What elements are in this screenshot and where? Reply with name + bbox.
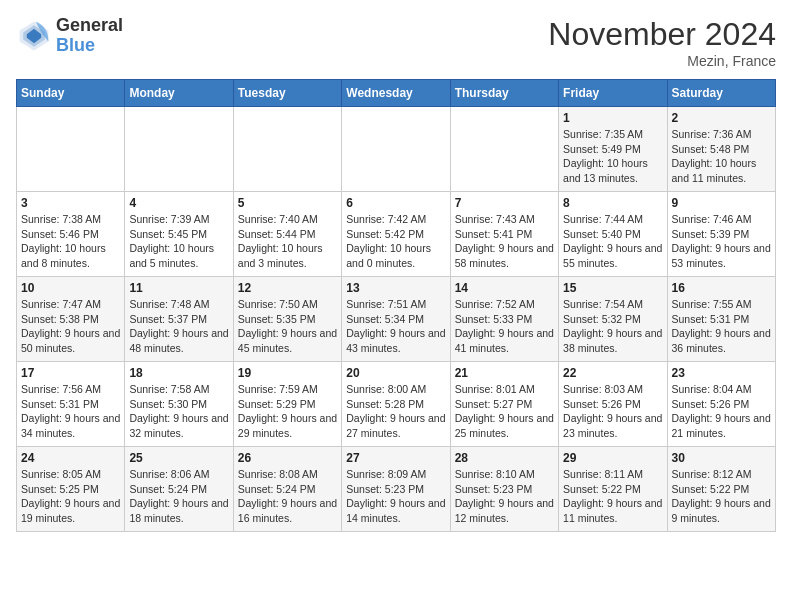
day-number: 14	[455, 281, 554, 295]
day-number: 30	[672, 451, 771, 465]
page-header: General Blue November 2024 Mezin, France	[16, 16, 776, 69]
calendar-week-3: 10Sunrise: 7:47 AMSunset: 5:38 PMDayligh…	[17, 277, 776, 362]
calendar-cell: 8Sunrise: 7:44 AMSunset: 5:40 PMDaylight…	[559, 192, 667, 277]
calendar-cell: 13Sunrise: 7:51 AMSunset: 5:34 PMDayligh…	[342, 277, 450, 362]
day-info: Sunrise: 8:12 AMSunset: 5:22 PMDaylight:…	[672, 467, 771, 526]
calendar-cell: 18Sunrise: 7:58 AMSunset: 5:30 PMDayligh…	[125, 362, 233, 447]
weekday-header-saturday: Saturday	[667, 80, 775, 107]
day-info: Sunrise: 8:00 AMSunset: 5:28 PMDaylight:…	[346, 382, 445, 441]
weekday-header-tuesday: Tuesday	[233, 80, 341, 107]
day-info: Sunrise: 7:43 AMSunset: 5:41 PMDaylight:…	[455, 212, 554, 271]
day-info: Sunrise: 7:44 AMSunset: 5:40 PMDaylight:…	[563, 212, 662, 271]
day-number: 8	[563, 196, 662, 210]
location: Mezin, France	[548, 53, 776, 69]
calendar-cell: 22Sunrise: 8:03 AMSunset: 5:26 PMDayligh…	[559, 362, 667, 447]
day-info: Sunrise: 7:35 AMSunset: 5:49 PMDaylight:…	[563, 127, 662, 186]
calendar-cell	[233, 107, 341, 192]
day-info: Sunrise: 8:06 AMSunset: 5:24 PMDaylight:…	[129, 467, 228, 526]
day-info: Sunrise: 7:55 AMSunset: 5:31 PMDaylight:…	[672, 297, 771, 356]
day-number: 23	[672, 366, 771, 380]
day-number: 7	[455, 196, 554, 210]
day-info: Sunrise: 8:09 AMSunset: 5:23 PMDaylight:…	[346, 467, 445, 526]
logo: General Blue	[16, 16, 123, 56]
day-info: Sunrise: 7:40 AMSunset: 5:44 PMDaylight:…	[238, 212, 337, 271]
title-block: November 2024 Mezin, France	[548, 16, 776, 69]
day-info: Sunrise: 7:51 AMSunset: 5:34 PMDaylight:…	[346, 297, 445, 356]
day-number: 3	[21, 196, 120, 210]
day-number: 28	[455, 451, 554, 465]
day-info: Sunrise: 8:05 AMSunset: 5:25 PMDaylight:…	[21, 467, 120, 526]
calendar-week-4: 17Sunrise: 7:56 AMSunset: 5:31 PMDayligh…	[17, 362, 776, 447]
day-number: 20	[346, 366, 445, 380]
day-info: Sunrise: 8:03 AMSunset: 5:26 PMDaylight:…	[563, 382, 662, 441]
day-info: Sunrise: 7:56 AMSunset: 5:31 PMDaylight:…	[21, 382, 120, 441]
day-number: 21	[455, 366, 554, 380]
calendar-cell: 30Sunrise: 8:12 AMSunset: 5:22 PMDayligh…	[667, 447, 775, 532]
calendar-cell: 11Sunrise: 7:48 AMSunset: 5:37 PMDayligh…	[125, 277, 233, 362]
calendar-cell: 4Sunrise: 7:39 AMSunset: 5:45 PMDaylight…	[125, 192, 233, 277]
calendar-cell: 5Sunrise: 7:40 AMSunset: 5:44 PMDaylight…	[233, 192, 341, 277]
month-title: November 2024	[548, 16, 776, 53]
logo-text: General Blue	[56, 16, 123, 56]
day-number: 1	[563, 111, 662, 125]
day-number: 9	[672, 196, 771, 210]
day-number: 4	[129, 196, 228, 210]
day-info: Sunrise: 8:04 AMSunset: 5:26 PMDaylight:…	[672, 382, 771, 441]
weekday-header-friday: Friday	[559, 80, 667, 107]
calendar-cell: 14Sunrise: 7:52 AMSunset: 5:33 PMDayligh…	[450, 277, 558, 362]
logo-icon	[16, 18, 52, 54]
day-info: Sunrise: 7:50 AMSunset: 5:35 PMDaylight:…	[238, 297, 337, 356]
calendar-cell: 29Sunrise: 8:11 AMSunset: 5:22 PMDayligh…	[559, 447, 667, 532]
calendar-cell: 20Sunrise: 8:00 AMSunset: 5:28 PMDayligh…	[342, 362, 450, 447]
day-number: 19	[238, 366, 337, 380]
day-number: 15	[563, 281, 662, 295]
calendar-cell: 2Sunrise: 7:36 AMSunset: 5:48 PMDaylight…	[667, 107, 775, 192]
day-info: Sunrise: 7:52 AMSunset: 5:33 PMDaylight:…	[455, 297, 554, 356]
day-number: 25	[129, 451, 228, 465]
calendar-cell: 23Sunrise: 8:04 AMSunset: 5:26 PMDayligh…	[667, 362, 775, 447]
calendar-cell: 28Sunrise: 8:10 AMSunset: 5:23 PMDayligh…	[450, 447, 558, 532]
day-info: Sunrise: 7:46 AMSunset: 5:39 PMDaylight:…	[672, 212, 771, 271]
calendar-cell: 1Sunrise: 7:35 AMSunset: 5:49 PMDaylight…	[559, 107, 667, 192]
calendar-cell: 26Sunrise: 8:08 AMSunset: 5:24 PMDayligh…	[233, 447, 341, 532]
weekday-header-wednesday: Wednesday	[342, 80, 450, 107]
day-number: 13	[346, 281, 445, 295]
day-info: Sunrise: 8:01 AMSunset: 5:27 PMDaylight:…	[455, 382, 554, 441]
day-info: Sunrise: 7:36 AMSunset: 5:48 PMDaylight:…	[672, 127, 771, 186]
day-number: 24	[21, 451, 120, 465]
day-number: 2	[672, 111, 771, 125]
weekday-header-sunday: Sunday	[17, 80, 125, 107]
calendar-week-2: 3Sunrise: 7:38 AMSunset: 5:46 PMDaylight…	[17, 192, 776, 277]
day-info: Sunrise: 7:58 AMSunset: 5:30 PMDaylight:…	[129, 382, 228, 441]
calendar-cell: 17Sunrise: 7:56 AMSunset: 5:31 PMDayligh…	[17, 362, 125, 447]
day-number: 12	[238, 281, 337, 295]
calendar-table: SundayMondayTuesdayWednesdayThursdayFrid…	[16, 79, 776, 532]
weekday-header-row: SundayMondayTuesdayWednesdayThursdayFrid…	[17, 80, 776, 107]
calendar-cell: 21Sunrise: 8:01 AMSunset: 5:27 PMDayligh…	[450, 362, 558, 447]
calendar-cell: 16Sunrise: 7:55 AMSunset: 5:31 PMDayligh…	[667, 277, 775, 362]
day-info: Sunrise: 7:42 AMSunset: 5:42 PMDaylight:…	[346, 212, 445, 271]
calendar-cell: 27Sunrise: 8:09 AMSunset: 5:23 PMDayligh…	[342, 447, 450, 532]
calendar-cell: 19Sunrise: 7:59 AMSunset: 5:29 PMDayligh…	[233, 362, 341, 447]
calendar-cell: 7Sunrise: 7:43 AMSunset: 5:41 PMDaylight…	[450, 192, 558, 277]
calendar-cell: 9Sunrise: 7:46 AMSunset: 5:39 PMDaylight…	[667, 192, 775, 277]
day-info: Sunrise: 8:10 AMSunset: 5:23 PMDaylight:…	[455, 467, 554, 526]
calendar-cell	[342, 107, 450, 192]
day-number: 22	[563, 366, 662, 380]
day-info: Sunrise: 7:39 AMSunset: 5:45 PMDaylight:…	[129, 212, 228, 271]
weekday-header-monday: Monday	[125, 80, 233, 107]
calendar-cell: 12Sunrise: 7:50 AMSunset: 5:35 PMDayligh…	[233, 277, 341, 362]
calendar-cell: 24Sunrise: 8:05 AMSunset: 5:25 PMDayligh…	[17, 447, 125, 532]
day-info: Sunrise: 7:54 AMSunset: 5:32 PMDaylight:…	[563, 297, 662, 356]
day-info: Sunrise: 8:11 AMSunset: 5:22 PMDaylight:…	[563, 467, 662, 526]
calendar-week-5: 24Sunrise: 8:05 AMSunset: 5:25 PMDayligh…	[17, 447, 776, 532]
day-number: 27	[346, 451, 445, 465]
weekday-header-thursday: Thursday	[450, 80, 558, 107]
day-number: 11	[129, 281, 228, 295]
day-info: Sunrise: 8:08 AMSunset: 5:24 PMDaylight:…	[238, 467, 337, 526]
calendar-cell: 25Sunrise: 8:06 AMSunset: 5:24 PMDayligh…	[125, 447, 233, 532]
day-info: Sunrise: 7:48 AMSunset: 5:37 PMDaylight:…	[129, 297, 228, 356]
calendar-week-1: 1Sunrise: 7:35 AMSunset: 5:49 PMDaylight…	[17, 107, 776, 192]
calendar-cell	[450, 107, 558, 192]
day-number: 18	[129, 366, 228, 380]
